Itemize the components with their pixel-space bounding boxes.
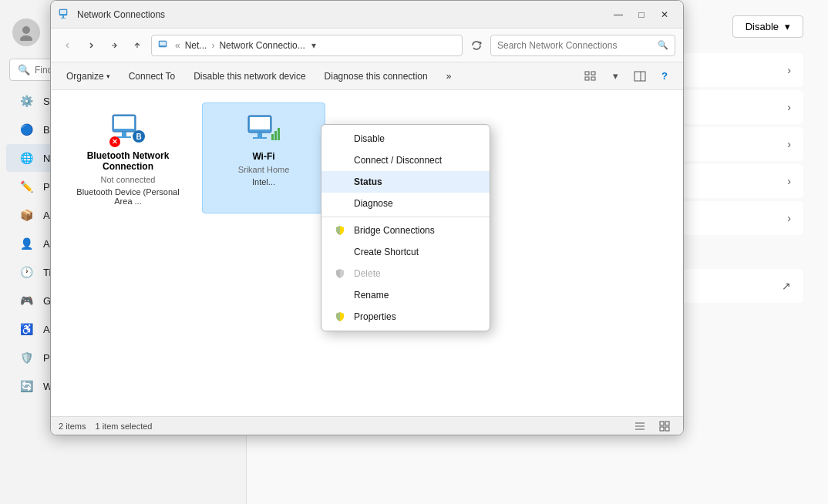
properties-shield-icon	[334, 311, 346, 323]
ctx-diagnose[interactable]: Diagnose	[321, 193, 490, 214]
context-menu: Disable Connect / Disconnect Status Diag…	[321, 124, 490, 331]
path-part-2: Network Connectio...	[219, 40, 305, 51]
svg-rect-5	[61, 18, 66, 18]
ctx-separator-1	[321, 217, 490, 217]
details-view-icon[interactable]	[629, 415, 651, 436]
file-explorer-window: Network Connections — □ ✕ « Net...	[50, 0, 684, 435]
ctx-properties[interactable]: Properties	[321, 306, 490, 328]
chevron-right-icon-4: ›	[787, 175, 791, 187]
chevron-right-icon-2: ›	[787, 101, 791, 113]
selection-status: 1 item selected	[95, 422, 152, 431]
svg-point-0	[22, 26, 30, 34]
recent-button[interactable]	[105, 36, 123, 55]
ctx-connect-disconnect[interactable]: Connect / Disconnect	[321, 150, 490, 171]
bluetooth-adapter-device: Bluetooth Device (Personal Area ...	[74, 187, 182, 206]
update-icon: 🔄	[19, 378, 34, 394]
shortcut-icon	[334, 246, 346, 258]
close-button[interactable]: ✕	[654, 5, 675, 24]
ctx-status[interactable]: Status	[321, 171, 490, 193]
ctx-rename[interactable]: Rename	[321, 284, 490, 306]
status-icons	[629, 415, 675, 436]
svg-rect-25	[274, 131, 277, 140]
bluetooth-adapter-name: Bluetooth Network Connection	[74, 150, 182, 172]
status-bar: 2 items 1 item selected	[51, 416, 683, 435]
chevron-right-icon-3: ›	[787, 138, 791, 150]
rename-icon	[334, 289, 346, 301]
help-button[interactable]: ?	[654, 66, 675, 87]
minimize-button[interactable]: —	[608, 5, 629, 24]
svg-rect-9	[585, 77, 589, 80]
connect-to-button[interactable]: Connect To	[121, 68, 183, 85]
title-bar-title: Network Connections	[77, 9, 165, 20]
up-button[interactable]	[128, 36, 146, 55]
svg-rect-32	[660, 427, 664, 431]
search-box[interactable]: 🔍	[490, 35, 675, 56]
chevron-right-icon: ›	[787, 64, 791, 76]
organize-button[interactable]: Organize ▾	[59, 68, 118, 85]
ctx-bridge[interactable]: Bridge Connections	[321, 220, 490, 241]
organize-arrow: ▾	[106, 72, 110, 80]
more-toolbar-button[interactable]: »	[439, 68, 459, 85]
svg-rect-10	[591, 72, 595, 75]
diagnose-icon	[334, 197, 346, 210]
bluetooth-adapter-status: Not connected	[101, 175, 156, 184]
svg-rect-17	[117, 136, 131, 138]
svg-rect-23	[253, 137, 267, 139]
personalization-icon: ✏️	[19, 179, 34, 194]
maximize-button[interactable]: □	[631, 5, 652, 24]
title-bar: Network Connections — □ ✕	[51, 1, 683, 29]
diagnose-connection-button[interactable]: Diagnose this connection	[317, 68, 436, 85]
apps-icon: 📦	[19, 207, 34, 223]
large-icons-view-icon[interactable]	[654, 415, 675, 436]
svg-rect-3	[60, 10, 66, 14]
path-dropdown-arrow[interactable]: ▾	[311, 40, 316, 51]
wifi-adapter-icon	[245, 111, 282, 148]
svg-rect-31	[665, 422, 669, 425]
svg-rect-22	[257, 133, 262, 137]
ctx-delete: Delete	[321, 263, 490, 284]
svg-rect-4	[62, 15, 64, 18]
svg-rect-16	[122, 132, 126, 136]
refresh-button[interactable]	[467, 36, 486, 55]
preview-pane-button[interactable]	[629, 66, 651, 87]
disable-icon	[334, 133, 346, 145]
ctx-create-shortcut[interactable]: Create Shortcut	[321, 241, 490, 263]
privacy-icon: 🛡️	[19, 350, 34, 365]
chevron-right-icon-5: ›	[787, 212, 791, 224]
toolbar-right: ▾ ?	[580, 66, 675, 87]
svg-text:B: B	[136, 133, 141, 141]
bluetooth-adapter[interactable]: B ✕ Bluetooth Network Connection Not con…	[66, 102, 190, 213]
svg-rect-30	[660, 422, 664, 425]
bridge-shield-icon	[334, 224, 346, 237]
forward-button[interactable]	[82, 36, 100, 55]
address-path[interactable]: « Net... › Network Connectio... ▾	[151, 35, 463, 56]
search-input[interactable]	[497, 40, 653, 51]
wifi-adapter[interactable]: Wi-Fi Srikant Home Intel...	[202, 102, 325, 213]
accessibility-icon: ♿	[19, 321, 34, 337]
connect-icon	[334, 154, 346, 166]
svg-rect-24	[271, 134, 274, 140]
svg-rect-8	[585, 72, 589, 75]
time-icon: 🕐	[19, 264, 34, 280]
svg-rect-7	[160, 42, 166, 45]
disable-network-button[interactable]: Disable this network device	[186, 68, 313, 85]
wifi-adapter-status: Srikant Home	[238, 165, 290, 174]
back-button[interactable]	[59, 36, 77, 55]
wifi-adapter-device: Intel...	[252, 177, 275, 186]
svg-rect-21	[250, 117, 270, 129]
accounts-icon: 👤	[19, 236, 34, 251]
title-bar-left: Network Connections	[59, 8, 165, 21]
network-icon: 🌐	[19, 150, 34, 166]
path-part-1: Net...	[185, 40, 207, 51]
svg-point-1	[20, 35, 32, 41]
disable-button[interactable]: Disable ▾	[732, 15, 803, 38]
view-toggle-button[interactable]	[580, 66, 601, 87]
svg-rect-12	[634, 72, 645, 81]
window-controls: — □ ✕	[608, 5, 675, 24]
view-dropdown-button[interactable]: ▾	[604, 66, 626, 87]
avatar	[12, 18, 40, 46]
error-badge: ✕	[109, 136, 120, 147]
ctx-disable[interactable]: Disable	[321, 128, 490, 150]
status-icon	[334, 176, 346, 188]
search-icon-explorer: 🔍	[658, 40, 668, 50]
